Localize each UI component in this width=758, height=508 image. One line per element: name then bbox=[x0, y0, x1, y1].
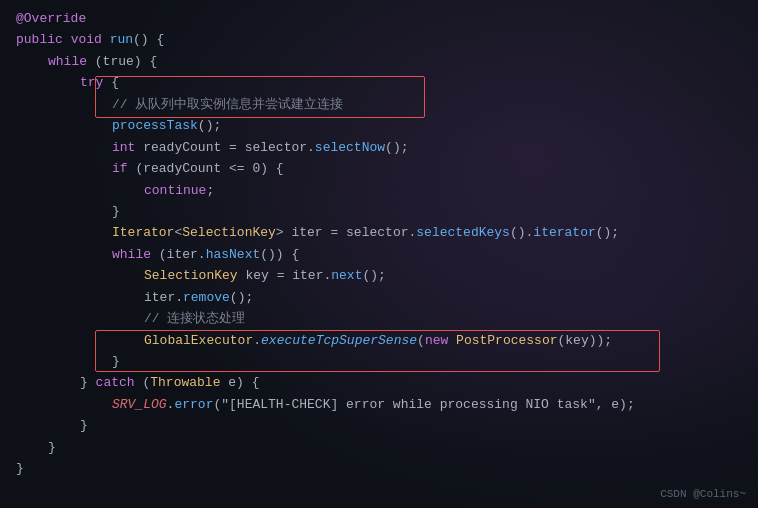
code-line: while (iter.hasNext()) { bbox=[16, 244, 742, 265]
code-token: public bbox=[16, 29, 63, 50]
code-token: . bbox=[167, 394, 175, 415]
code-line: Iterator<SelectionKey> iter = selector.s… bbox=[16, 222, 742, 243]
code-token: remove bbox=[183, 287, 230, 308]
code-token: } bbox=[112, 351, 120, 372]
code-token: (); bbox=[230, 287, 253, 308]
code-token: (true) { bbox=[87, 51, 157, 72]
code-token: (); bbox=[362, 265, 385, 286]
code-token: ()) { bbox=[260, 244, 299, 265]
code-token: ( bbox=[417, 330, 425, 351]
code-editor: @Overridepublic void run() {while (true)… bbox=[0, 0, 758, 488]
code-token: SelectionKey bbox=[182, 222, 276, 243]
code-line: try { bbox=[16, 72, 742, 93]
code-line: } bbox=[16, 458, 742, 479]
code-token: PostProcessor bbox=[456, 330, 557, 351]
code-token bbox=[102, 29, 110, 50]
code-token: } bbox=[48, 437, 56, 458]
code-token bbox=[63, 29, 71, 50]
watermark: CSDN @Colins~ bbox=[660, 488, 746, 500]
code-token: { bbox=[103, 72, 119, 93]
code-line: SRV_LOG.error("[HEALTH-CHECK] error whil… bbox=[16, 394, 742, 415]
code-line: processTask(); bbox=[16, 115, 742, 136]
code-token: selectedKeys bbox=[416, 222, 510, 243]
code-line: SelectionKey key = iter.next(); bbox=[16, 265, 742, 286]
code-token: (); bbox=[596, 222, 619, 243]
code-token: while bbox=[48, 51, 87, 72]
code-line: iter.remove(); bbox=[16, 287, 742, 308]
code-token: SRV_LOG bbox=[112, 394, 167, 415]
code-token: GlobalExecutor bbox=[144, 330, 253, 351]
code-token: (); bbox=[198, 115, 221, 136]
code-token: // 连接状态处理 bbox=[144, 308, 245, 329]
code-token: (). bbox=[510, 222, 533, 243]
code-token: () { bbox=[133, 29, 164, 50]
code-token: if bbox=[112, 158, 128, 179]
code-token: . bbox=[253, 330, 261, 351]
code-line: // 从队列中取实例信息并尝试建立连接 bbox=[16, 94, 742, 115]
code-token: SelectionKey bbox=[144, 265, 238, 286]
code-line: } bbox=[16, 437, 742, 458]
code-token: Throwable bbox=[150, 372, 220, 393]
code-line: } catch (Throwable e) { bbox=[16, 372, 742, 393]
code-line: GlobalExecutor.executeTcpSuperSense(new … bbox=[16, 330, 742, 351]
code-token: (" bbox=[213, 394, 229, 415]
code-line: } bbox=[16, 201, 742, 222]
code-token: void bbox=[71, 29, 102, 50]
code-token: ", e); bbox=[588, 394, 635, 415]
code-token: executeTcpSuperSense bbox=[261, 330, 417, 351]
code-token: run bbox=[110, 29, 133, 50]
code-token: (); bbox=[385, 137, 408, 158]
code-line: if (readyCount <= 0) { bbox=[16, 158, 742, 179]
code-line: continue; bbox=[16, 180, 742, 201]
code-token: e) { bbox=[220, 372, 259, 393]
code-token: } bbox=[80, 415, 88, 436]
code-token: next bbox=[331, 265, 362, 286]
code-token: iter. bbox=[144, 287, 183, 308]
code-line: // 连接状态处理 bbox=[16, 308, 742, 329]
code-line: int readyCount = selector.selectNow(); bbox=[16, 137, 742, 158]
code-token: } bbox=[112, 201, 120, 222]
code-token: Iterator bbox=[112, 222, 174, 243]
code-token: selectNow bbox=[315, 137, 385, 158]
code-token: } bbox=[16, 458, 24, 479]
code-token: key = iter. bbox=[238, 265, 332, 286]
code-token bbox=[448, 330, 456, 351]
code-token: new bbox=[425, 330, 448, 351]
code-token: < bbox=[174, 222, 182, 243]
code-token: continue bbox=[144, 180, 206, 201]
code-token: readyCount = selector. bbox=[143, 137, 315, 158]
code-token: ( bbox=[135, 372, 151, 393]
code-token: (readyCount <= 0) { bbox=[128, 158, 284, 179]
code-token bbox=[135, 137, 143, 158]
code-token: [HEALTH-CHECK] error while processing NI… bbox=[229, 394, 588, 415]
code-token: try bbox=[80, 72, 103, 93]
code-line: @Override bbox=[16, 8, 742, 29]
code-line: while (true) { bbox=[16, 51, 742, 72]
code-token: hasNext bbox=[206, 244, 261, 265]
code-token: } bbox=[80, 372, 96, 393]
code-token: (iter. bbox=[151, 244, 206, 265]
code-token: @Override bbox=[16, 8, 86, 29]
code-line: } bbox=[16, 415, 742, 436]
code-token: // 从队列中取实例信息并尝试建立连接 bbox=[112, 94, 343, 115]
code-line: } bbox=[16, 351, 742, 372]
code-line: public void run() { bbox=[16, 29, 742, 50]
code-token: error bbox=[174, 394, 213, 415]
code-token: ; bbox=[206, 180, 214, 201]
code-token: (key)); bbox=[558, 330, 613, 351]
code-token: > iter = selector. bbox=[276, 222, 416, 243]
code-token: processTask bbox=[112, 115, 198, 136]
code-token: while bbox=[112, 244, 151, 265]
code-token: iterator bbox=[533, 222, 595, 243]
code-token: int bbox=[112, 137, 135, 158]
code-token: catch bbox=[96, 372, 135, 393]
